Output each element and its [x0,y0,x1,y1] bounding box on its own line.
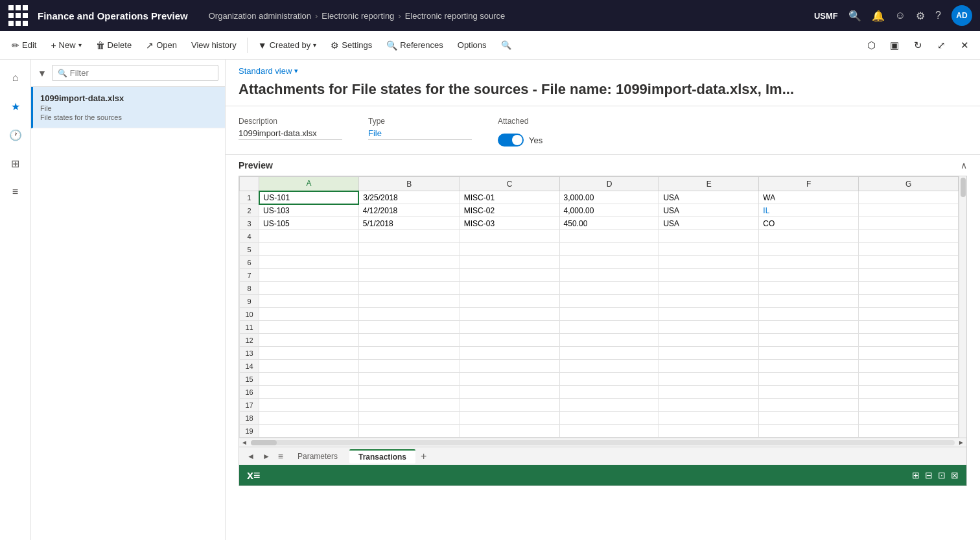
search-icon[interactable]: 🔍 [848,10,861,22]
cell-10-B[interactable] [358,308,460,321]
help-icon[interactable]: ? [935,10,941,21]
cell-9-D[interactable] [559,295,659,308]
new-button[interactable]: + New ▾ [44,36,88,54]
settings-button[interactable]: ⚙ Settings [324,36,379,54]
cell-13-B[interactable] [358,347,460,360]
cell-2-D[interactable]: 4,000.00 [559,204,659,217]
cell-18-E[interactable] [659,412,759,425]
cell-12-D[interactable] [559,334,659,347]
cell-19-F[interactable] [759,425,859,438]
table-row[interactable]: 12 [240,334,959,347]
preview-collapse-icon[interactable]: ∧ [961,160,967,170]
tab-prev-icon[interactable]: ◄ [244,451,257,462]
cell-1-E[interactable]: USA [659,191,759,204]
cell-17-B[interactable] [358,399,460,412]
cell-7-E[interactable] [659,269,759,282]
attached-toggle[interactable] [498,134,524,147]
excel-icon-4[interactable]: ⊠ [951,470,959,480]
tab-next-icon[interactable]: ► [260,451,273,462]
cell-1-D[interactable]: 3,000.00 [559,191,659,204]
cell-15-A[interactable] [259,373,359,386]
cell-17-C[interactable] [460,399,559,412]
table-row[interactable]: 10 [240,308,959,321]
cell-9-B[interactable] [358,295,460,308]
cell-6-G[interactable] [859,256,959,269]
cell-18-C[interactable] [460,412,559,425]
created-by-button[interactable]: ▼ Created by ▾ [251,36,323,54]
cell-12-A[interactable] [259,334,359,347]
cell-7-C[interactable] [460,269,559,282]
cell-4-B[interactable] [358,230,460,243]
cell-6-A[interactable] [259,256,359,269]
cell-3-F[interactable]: CO [759,217,859,230]
h-scroll-right-icon[interactable]: ► [956,439,966,446]
cell-16-D[interactable] [559,386,659,399]
list-filter-icon[interactable]: ▼ [38,68,47,78]
search-input[interactable] [70,68,213,78]
cell-3-A[interactable]: US-105 [259,217,359,230]
tab-menu-icon[interactable]: ≡ [275,450,286,463]
cell-6-C[interactable] [460,256,559,269]
cell-16-C[interactable] [460,386,559,399]
refresh-button[interactable]: ↻ [907,35,928,56]
cell-10-D[interactable] [559,308,659,321]
breadcrumb-item-2[interactable]: Electronic reporting [321,11,394,21]
cell-11-F[interactable] [759,321,859,334]
cell-19-C[interactable] [460,425,559,438]
cell-19-D[interactable] [559,425,659,438]
cell-4-D[interactable] [559,230,659,243]
cell-14-F[interactable] [759,360,859,373]
cell-18-A[interactable] [259,412,359,425]
cell-13-E[interactable] [659,347,759,360]
cell-11-E[interactable] [659,321,759,334]
cell-1-G[interactable] [859,191,959,204]
cell-19-G[interactable] [859,425,959,438]
settings-icon[interactable]: ⚙ [916,10,925,22]
cell-5-A[interactable] [259,243,359,256]
table-row[interactable]: 16 [240,386,959,399]
cell-15-F[interactable] [759,373,859,386]
cell-14-A[interactable] [259,360,359,373]
cell-15-E[interactable] [659,373,759,386]
table-row[interactable]: 6 [240,256,959,269]
cell-8-B[interactable] [358,282,460,295]
cell-9-G[interactable] [859,295,959,308]
cell-7-A[interactable] [259,269,359,282]
nav-home[interactable]: ⌂ [3,65,29,91]
cell-18-G[interactable] [859,412,959,425]
nav-workspaces[interactable]: ⊞ [3,150,29,176]
cell-14-G[interactable] [859,360,959,373]
cell-12-B[interactable] [358,334,460,347]
cell-19-E[interactable] [659,425,759,438]
breadcrumb-item-1[interactable]: Organization administration [209,11,311,21]
cell-7-D[interactable] [559,269,659,282]
excel-icon-3[interactable]: ⊡ [938,470,946,480]
cell-10-E[interactable] [659,308,759,321]
horizontal-scrollbar[interactable]: ◄ ► [239,438,966,447]
open-button[interactable]: ↗ Open [139,36,183,54]
cell-14-E[interactable] [659,360,759,373]
cell-11-G[interactable] [859,321,959,334]
h-scroll-left-icon[interactable]: ◄ [239,439,250,446]
avatar[interactable]: AD [951,5,972,26]
cell-16-A[interactable] [259,386,359,399]
table-row[interactable]: 17 [240,399,959,412]
cell-8-C[interactable] [460,282,559,295]
cell-7-G[interactable] [859,269,959,282]
cell-6-B[interactable] [358,256,460,269]
cell-16-F[interactable] [759,386,859,399]
table-row[interactable]: 18 [240,412,959,425]
breadcrumb-item-3[interactable]: Electronic reporting source [405,11,506,21]
cell-11-D[interactable] [559,321,659,334]
cell-15-B[interactable] [358,373,460,386]
cell-2-E[interactable]: USA [659,204,759,217]
nav-recent[interactable]: 🕐 [3,122,29,148]
table-row[interactable]: 2US-1034/12/2018MISC-024,000.00USAIL [240,204,959,217]
cell-13-C[interactable] [460,347,559,360]
cell-2-G[interactable] [859,204,959,217]
list-item[interactable]: 1099import-data.xlsx File File states fo… [31,87,225,128]
cell-4-A[interactable] [259,230,359,243]
table-row[interactable]: 1US-1013/25/2018MISC-013,000.00USAWA [240,191,959,204]
cell-16-B[interactable] [358,386,460,399]
cell-15-G[interactable] [859,373,959,386]
